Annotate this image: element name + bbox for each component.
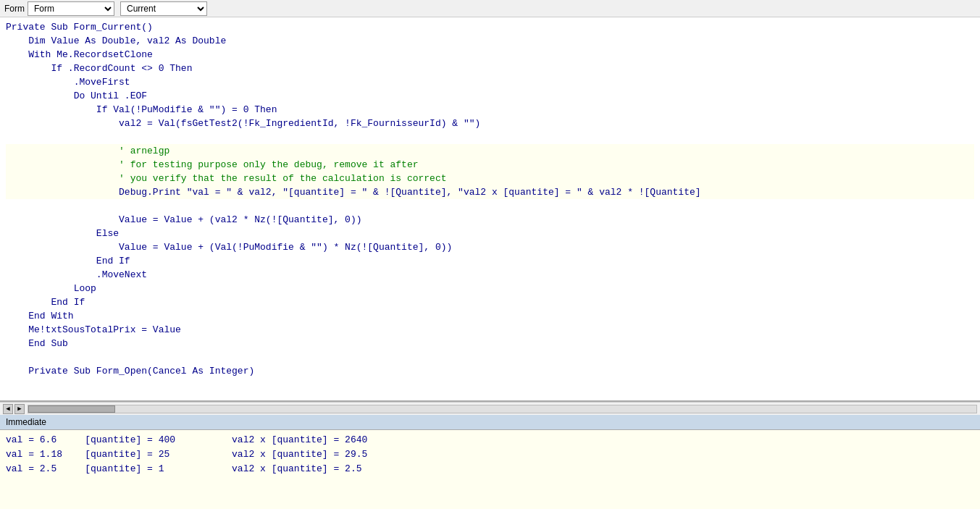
immediate-line-3: val = 2.5 [quantite] = 1 val2 x [quantit… (6, 462, 974, 476)
code-line: If Val(!PuModifie & "") = 0 Then (6, 103, 974, 117)
code-line: Private Sub Form_Open(Cancel As Integer) (6, 364, 974, 378)
immediate-line-2: val = 1.18 [quantite] = 25 val2 x [quant… (6, 447, 974, 462)
code-line-debug: Debug.Print "val = " & val2, "[quantite]… (6, 185, 974, 199)
code-line (6, 130, 974, 144)
code-lines: Private Sub Form_Current() Dim Value As … (0, 20, 980, 378)
code-line (6, 199, 974, 213)
code-line: Value = Value + (val2 * Nz(![Quantite], … (6, 213, 974, 227)
code-line: .MoveNext (6, 268, 974, 282)
scroll-left-icon[interactable]: ◀ (3, 404, 13, 414)
immediate-line-1: val = 6.6 [quantite] = 400 val2 x [quant… (6, 433, 974, 447)
code-line: Do Until .EOF (6, 89, 974, 103)
code-line: With Me.RecordsetClone (6, 48, 974, 62)
code-line: Me!txtSousTotalPrix = Value (6, 323, 974, 337)
code-line-comment: ' arnelgp (6, 144, 974, 158)
code-line: End If (6, 295, 974, 309)
form-dropdown[interactable]: Form (28, 1, 114, 16)
code-line (6, 350, 974, 364)
code-line: Else (6, 227, 974, 240)
code-line: End With (6, 309, 974, 323)
code-line: val2 = Val(fsGetTest2(!Fk_IngredientId, … (6, 117, 974, 130)
main-container: Form Form Current Private Sub Form_Curre… (0, 0, 980, 509)
immediate-title: Immediate (6, 417, 46, 427)
code-line: .MoveFirst (6, 75, 974, 89)
immediate-content[interactable]: val = 6.6 [quantite] = 400 val2 x [quant… (0, 430, 980, 509)
code-line: If .RecordCount <> 0 Then (6, 62, 974, 75)
code-line: Loop (6, 282, 974, 295)
horizontal-scrollbar[interactable] (28, 405, 977, 413)
code-line: Value = Value + (Val(!PuModifie & "") * … (6, 240, 974, 254)
form-label: Form (4, 4, 25, 14)
scrollbar-area: ◀ ▶ (0, 402, 980, 415)
code-line: Dim Value As Double, val2 As Double (6, 34, 974, 48)
code-line: End If (6, 254, 974, 268)
code-line: End Sub (6, 337, 974, 350)
code-line-comment: ' you verify that the result of the calc… (6, 172, 974, 185)
code-line: Private Sub Form_Current() (6, 20, 974, 34)
immediate-header: Immediate (0, 415, 980, 430)
top-bar: Form Form Current (0, 0, 980, 17)
code-line-comment: ' for testing purpose only the debug, re… (6, 158, 974, 172)
scrollbar-thumb[interactable] (28, 405, 115, 413)
scroll-icons: ◀ ▶ (3, 404, 25, 414)
code-editor[interactable]: Private Sub Form_Current() Dim Value As … (0, 17, 980, 402)
event-dropdown[interactable]: Current (120, 1, 207, 16)
scroll-right-icon[interactable]: ▶ (14, 404, 25, 414)
immediate-panel: Immediate val = 6.6 [quantite] = 400 val… (0, 415, 980, 509)
